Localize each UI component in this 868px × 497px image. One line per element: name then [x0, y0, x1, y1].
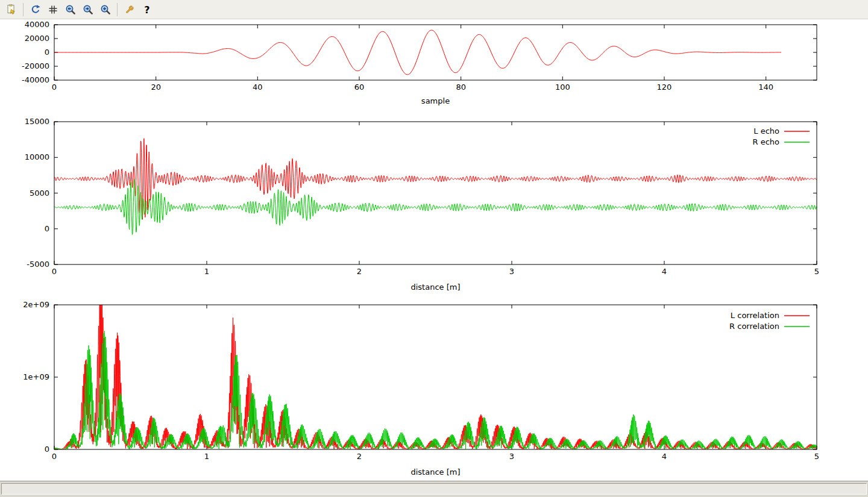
- zoom-next-button[interactable]: [80, 2, 96, 17]
- toggle-grid-button[interactable]: [45, 2, 61, 17]
- toolbar-separator: [117, 3, 118, 16]
- status-text: [1, 483, 867, 495]
- configure-button[interactable]: [121, 2, 137, 17]
- pulse-plot[interactable]: 020406080100120140-40000-200000200004000…: [0, 19, 868, 116]
- zoom-previous-button[interactable]: [62, 2, 78, 17]
- svg-text:40000: 40000: [25, 20, 49, 29]
- svg-text:0: 0: [45, 224, 49, 233]
- help-button[interactable]: ?: [139, 2, 155, 17]
- status-bar: [0, 481, 868, 497]
- svg-text:120: 120: [657, 83, 672, 92]
- svg-text:100: 100: [555, 83, 570, 92]
- svg-text:1e+09: 1e+09: [23, 372, 49, 381]
- svg-text:4: 4: [662, 267, 667, 276]
- gnuplot-window: ? 020406080100120140-40000-2000002000040…: [0, 0, 868, 497]
- grid-icon: [48, 4, 58, 15]
- zoom-next-icon: [83, 4, 93, 15]
- svg-text:2: 2: [357, 452, 362, 461]
- autoscale-button[interactable]: [97, 2, 113, 17]
- svg-text:60: 60: [354, 83, 365, 92]
- svg-text:40: 40: [253, 83, 263, 92]
- svg-text:0: 0: [52, 83, 57, 92]
- toolbar-separator: [23, 3, 24, 16]
- svg-text:?: ?: [144, 4, 149, 15]
- svg-text:R echo: R echo: [752, 137, 779, 146]
- copy-to-clipboard-button[interactable]: [3, 2, 19, 17]
- svg-text:15000: 15000: [25, 117, 49, 126]
- svg-text:0: 0: [45, 48, 49, 57]
- svg-text:distance [m]: distance [m]: [410, 283, 460, 292]
- svg-text:140: 140: [758, 83, 773, 92]
- zoom-autoscale-icon: [100, 4, 111, 15]
- svg-text:0: 0: [52, 267, 57, 276]
- refresh-icon: [30, 4, 41, 15]
- help-icon: ?: [142, 4, 153, 15]
- svg-text:0: 0: [45, 445, 49, 454]
- svg-text:80: 80: [456, 83, 466, 92]
- svg-text:3: 3: [509, 452, 514, 461]
- svg-text:10000: 10000: [25, 152, 49, 161]
- svg-text:3: 3: [509, 267, 514, 276]
- svg-text:5: 5: [814, 452, 819, 461]
- svg-text:2: 2: [357, 267, 362, 276]
- svg-text:5000: 5000: [30, 189, 49, 198]
- echo-plot[interactable]: 012345-5000050001000015000distance [m]L …: [0, 116, 868, 296]
- replot-button[interactable]: [27, 2, 43, 17]
- zoom-previous-icon: [65, 4, 76, 15]
- svg-text:-40000: -40000: [22, 75, 49, 84]
- svg-text:R correlation: R correlation: [729, 322, 779, 331]
- svg-text:-20000: -20000: [22, 61, 49, 70]
- svg-text:1: 1: [204, 452, 209, 461]
- svg-text:L echo: L echo: [753, 127, 779, 136]
- correlation-plot[interactable]: 01234501e+092e+09distance [m]L correlati…: [0, 296, 868, 481]
- svg-text:20: 20: [151, 83, 161, 92]
- svg-text:distance [m]: distance [m]: [410, 467, 460, 477]
- svg-text:4: 4: [662, 452, 667, 461]
- svg-text:sample: sample: [421, 96, 450, 105]
- svg-text:L correlation: L correlation: [731, 311, 779, 320]
- clipboard-icon: [6, 4, 17, 15]
- svg-text:1: 1: [204, 267, 209, 276]
- toolbar: ?: [0, 0, 868, 19]
- svg-text:0: 0: [52, 452, 57, 461]
- wrench-icon: [124, 4, 135, 15]
- svg-text:-5000: -5000: [27, 260, 49, 269]
- svg-text:2e+09: 2e+09: [23, 300, 49, 309]
- svg-text:20000: 20000: [25, 34, 49, 43]
- svg-text:5: 5: [814, 267, 819, 276]
